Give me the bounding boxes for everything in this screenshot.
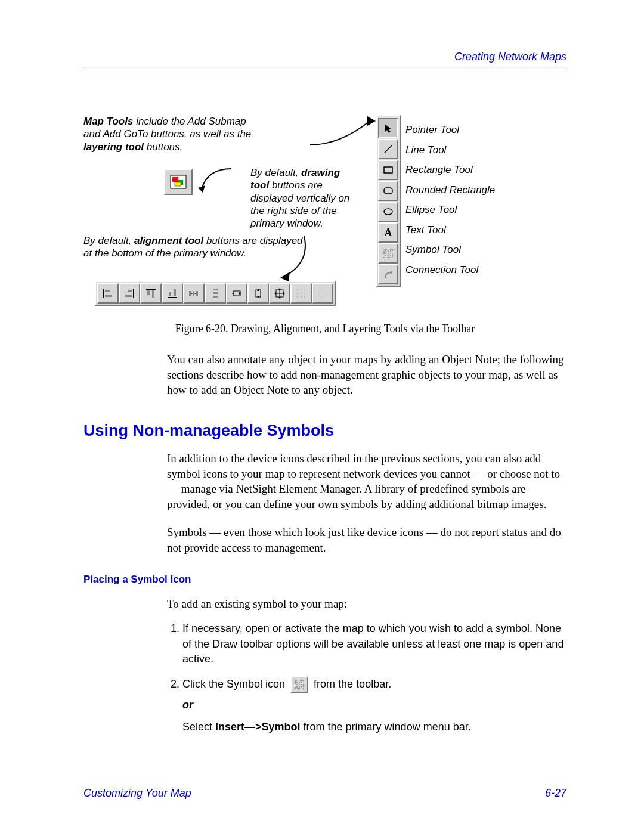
svg-marker-7 (385, 124, 392, 133)
step-2: Click the Symbol icon from the toolbar. … (182, 676, 566, 735)
figure-6-20: Map Tools include the Add Submap and Add… (83, 115, 566, 312)
rectangle-tool-button[interactable] (378, 160, 398, 180)
svg-point-70 (319, 290, 326, 297)
symbol-tool-label: Symbol Tool (405, 240, 495, 260)
align-right-button[interactable] (119, 283, 140, 304)
pointer-tool-label: Pointer Tool (405, 120, 495, 140)
svg-rect-3 (175, 182, 181, 186)
snap-to-grid-button[interactable] (312, 283, 333, 304)
svg-point-16 (390, 250, 391, 252)
tool-labels: Pointer Tool Line Tool Rectangle Tool Ro… (405, 120, 495, 280)
svg-point-76 (299, 684, 300, 685)
svg-point-78 (296, 686, 298, 688)
svg-point-61 (297, 289, 298, 290)
svg-point-72 (296, 682, 298, 683)
svg-text:A: A (385, 227, 392, 238)
section-heading: Using Non-manageable Symbols (83, 422, 566, 440)
svg-rect-36 (189, 291, 191, 296)
svg-rect-42 (213, 292, 218, 294)
svg-point-64 (297, 293, 298, 294)
align-left-button[interactable] (97, 283, 119, 304)
text-tool-button[interactable]: A (378, 222, 398, 243)
svg-point-62 (301, 289, 302, 290)
arrow-alignment-tools (268, 231, 316, 285)
layering-tool-icon (164, 169, 193, 195)
svg-point-67 (297, 296, 298, 298)
svg-line-8 (385, 145, 392, 153)
text-tool-label: Text Tool (405, 220, 495, 240)
svg-rect-9 (384, 167, 392, 173)
svg-point-68 (301, 296, 302, 298)
rectangle-tool-label: Rectangle Tool (405, 160, 495, 180)
symbol-tool-button[interactable] (378, 243, 398, 264)
connection-tool-label: Connection Tool (405, 260, 495, 280)
page-footer: Customizing Your Map 6-27 (83, 787, 566, 800)
svg-marker-60 (283, 292, 285, 295)
pointer-tool-button[interactable] (378, 118, 398, 138)
svg-marker-59 (274, 292, 276, 295)
svg-marker-58 (278, 297, 281, 299)
symbol-icon-inline (290, 676, 308, 693)
ellipse-tool-button[interactable] (378, 202, 398, 222)
svg-marker-40 (195, 292, 196, 295)
svg-point-65 (301, 293, 302, 294)
svg-rect-43 (213, 296, 218, 298)
line-tool-button[interactable] (378, 139, 398, 159)
line-tool-label: Line Tool (405, 140, 495, 160)
distribute-vertical-button[interactable] (205, 283, 226, 304)
svg-marker-6 (280, 272, 290, 281)
svg-point-69 (304, 296, 305, 298)
svg-point-66 (304, 293, 305, 294)
svg-point-21 (388, 255, 389, 256)
same-height-button[interactable] (247, 283, 269, 304)
svg-rect-25 (105, 290, 110, 292)
running-head: Creating Network Maps (83, 51, 566, 67)
ellipse-tool-label: Ellipse Tool (405, 200, 495, 220)
grid-toggle-button[interactable] (290, 283, 312, 304)
horizontal-alignment-toolbar (95, 281, 336, 306)
svg-point-80 (301, 686, 302, 688)
connection-tool-button[interactable] (378, 264, 398, 284)
rounded-rectangle-tool-label: Rounded Rectangle (405, 180, 495, 200)
svg-rect-38 (196, 291, 198, 296)
svg-point-15 (388, 250, 389, 252)
svg-point-17 (385, 253, 386, 254)
svg-rect-41 (213, 289, 218, 290)
distribute-horizontal-button[interactable] (183, 283, 205, 304)
rounded-rectangle-tool-button[interactable] (378, 181, 398, 201)
vertical-drawing-toolbar: A (376, 115, 401, 287)
svg-point-19 (390, 253, 391, 254)
svg-point-63 (304, 289, 305, 290)
align-top-button[interactable] (140, 283, 162, 304)
svg-rect-32 (152, 290, 154, 298)
step-1: If necessary, open or activate the map t… (182, 621, 566, 667)
svg-marker-4 (198, 185, 205, 193)
svg-rect-10 (384, 188, 392, 194)
svg-point-73 (299, 682, 300, 683)
svg-rect-26 (105, 295, 112, 297)
subsection-heading: Placing a Symbol Icon (83, 574, 566, 586)
svg-point-22 (390, 255, 391, 256)
svg-marker-57 (278, 288, 281, 290)
svg-point-74 (301, 682, 302, 683)
step-or: or (182, 698, 566, 713)
svg-marker-5 (367, 116, 376, 126)
paragraph-annotate: You can also annotate any object in your… (167, 352, 566, 398)
svg-rect-35 (174, 289, 176, 296)
svg-point-77 (301, 684, 302, 685)
callout-map-tools: Map Tools include the Add Submap and Add… (83, 115, 256, 153)
footer-section: Customizing Your Map (83, 787, 191, 800)
svg-marker-39 (191, 292, 192, 295)
steps-block: To add an existing symbol to your map: I… (167, 596, 566, 735)
svg-point-11 (384, 209, 392, 215)
svg-point-23 (390, 271, 392, 274)
arrow-map-tools (196, 165, 243, 195)
same-width-button[interactable] (226, 283, 247, 304)
svg-point-14 (385, 250, 386, 252)
svg-rect-31 (147, 290, 150, 295)
page-number: 6-27 (545, 787, 566, 800)
align-bottom-button[interactable] (162, 283, 183, 304)
paragraph-symbols-intro: In addition to the device icons describe… (167, 451, 566, 512)
svg-point-18 (388, 253, 389, 254)
same-size-button[interactable] (269, 283, 290, 304)
